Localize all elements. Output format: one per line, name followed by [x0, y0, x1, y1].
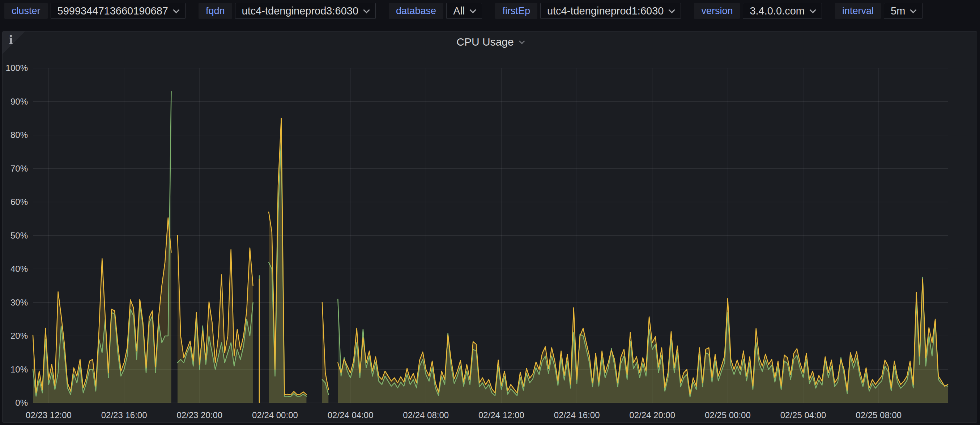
x-axis-label: 02/23 16:00: [101, 410, 147, 420]
x-axis-label: 02/24 20:00: [629, 410, 675, 420]
chevron-down-icon: [363, 6, 369, 13]
variable-database: database All: [389, 3, 482, 19]
chevron-down-icon: [470, 6, 476, 13]
x-axis-label: 02/24 08:00: [403, 410, 449, 420]
variable-cluster: cluster 5999344713660190687: [4, 3, 186, 19]
panel-title: CPU Usage: [457, 36, 514, 48]
variable-label-database: database: [389, 3, 443, 19]
series-line-yellow: [269, 118, 306, 395]
variable-label-interval: interval: [835, 3, 881, 19]
series-line-yellow: [178, 236, 253, 364]
x-axis-label: 02/24 04:00: [328, 410, 374, 420]
y-axis-label: 90%: [11, 97, 28, 106]
variable-select-fqdn[interactable]: utc4-tdengineprod3:6030: [235, 3, 376, 19]
x-axis-label: 02/25 00:00: [705, 410, 751, 420]
dashboard-variables-bar: cluster 5999344713660190687 fqdn utc4-td…: [0, 0, 980, 22]
y-axis-label: 70%: [11, 164, 28, 173]
cpu-usage-panel: i CPU Usage 0%10%20%30%40%50%60%70%80%90…: [2, 31, 977, 423]
x-axis-label: 02/24 12:00: [479, 410, 524, 420]
y-axis-label: 10%: [11, 364, 28, 374]
variable-label-cluster: cluster: [4, 3, 48, 19]
y-axis-label: 30%: [11, 297, 28, 307]
variable-select-cluster[interactable]: 5999344713660190687: [51, 3, 186, 19]
y-axis-label: 20%: [11, 331, 28, 341]
variable-version: version 3.4.0.0.com: [694, 3, 822, 19]
chevron-down-icon: [910, 6, 917, 13]
chevron-down-icon: [173, 6, 179, 13]
y-axis-label: 60%: [11, 197, 28, 207]
series-fills: [33, 92, 948, 403]
variable-value-cluster: 5999344713660190687: [57, 3, 168, 18]
variable-select-database[interactable]: All: [446, 3, 482, 19]
variable-label-fqdn: fqdn: [199, 3, 232, 19]
variable-label-firstep: firstEp: [495, 3, 538, 19]
variable-select-version[interactable]: 3.4.0.0.com: [743, 3, 822, 19]
series-fill-green: [33, 92, 172, 403]
x-axis-label: 02/24 00:00: [252, 410, 298, 420]
variable-fqdn: fqdn utc4-tdengineprod3:6030: [199, 3, 376, 19]
y-axis-label: 50%: [11, 231, 28, 240]
variable-value-interval: 5m: [891, 3, 905, 18]
y-axis-label: 0%: [15, 398, 28, 407]
x-axis-label: 02/25 08:00: [856, 410, 902, 420]
variable-interval: interval 5m: [835, 3, 923, 19]
variable-value-fqdn: utc4-tdengineprod3:6030: [242, 3, 358, 18]
chevron-down-icon: [809, 6, 816, 13]
variable-value-database: All: [453, 3, 465, 18]
variable-select-firstep[interactable]: utc4-tdengineprod1:6030: [540, 3, 681, 19]
series-fill-green: [338, 277, 948, 403]
panel-menu-chevron-icon: [519, 38, 525, 44]
variable-select-interval[interactable]: 5m: [884, 3, 923, 19]
y-axis-label: 100%: [6, 63, 28, 73]
chevron-down-icon: [669, 6, 675, 13]
x-axis-label: 02/23 12:00: [25, 410, 72, 420]
x-axis-label: 02/23 20:00: [177, 410, 223, 420]
cpu-usage-chart[interactable]: 0%10%20%30%40%50%60%70%80%90%100%02/23 1…: [3, 32, 977, 422]
variable-value-firstep: utc4-tdengineprod1:6030: [547, 3, 663, 18]
variable-value-version: 3.4.0.0.com: [749, 3, 805, 18]
y-axis-label: 80%: [11, 130, 28, 140]
y-axis-label: 40%: [11, 264, 28, 274]
x-axis-label: 02/24 16:00: [554, 410, 600, 420]
panel-header[interactable]: CPU Usage: [3, 32, 977, 53]
x-axis-label: 02/25 04:00: [780, 410, 826, 420]
variable-firstep: firstEp utc4-tdengineprod1:6030: [495, 3, 681, 19]
variable-label-version: version: [694, 3, 740, 19]
